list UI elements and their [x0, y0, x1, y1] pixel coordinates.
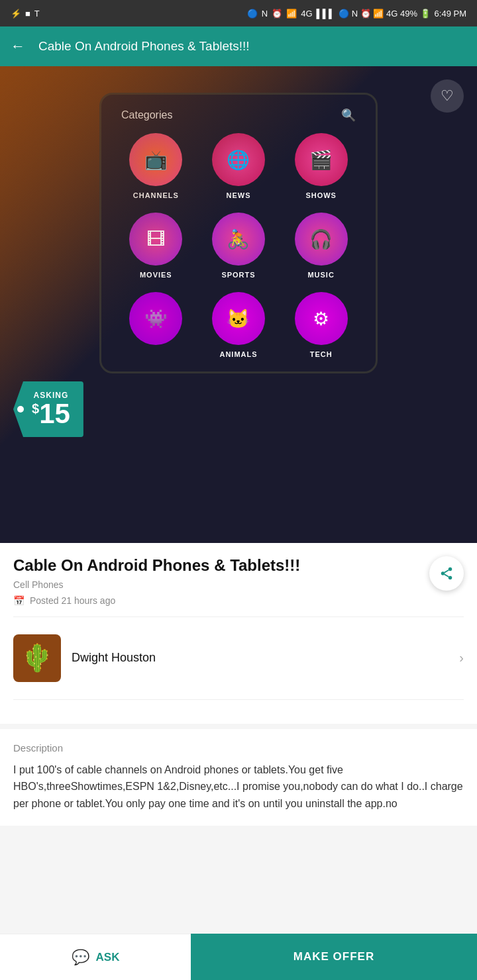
svg-line-3 [445, 574, 449, 577]
bluetooth-icon: ⚡ [11, 9, 21, 19]
svg-point-1 [441, 571, 445, 575]
lte-icon: 4G [301, 9, 312, 19]
shows-icon: 🎬 [295, 133, 348, 186]
description-text: I put 100's of cable channels on Android… [13, 761, 464, 812]
description-section: Description I put 100's of cable channel… [0, 729, 477, 826]
battery-percent: 🔵 N ⏰ 📶 4G 49% 🔋 [339, 9, 430, 19]
category-tech[interactable]: ⚙ TECH [286, 292, 356, 358]
listing-category: Cell Phones [13, 579, 300, 590]
channels-label: CHANNELS [133, 191, 179, 199]
svg-line-4 [445, 570, 449, 573]
divider-1 [13, 616, 464, 617]
seller-name: Dwight Houston [72, 651, 449, 665]
chevron-right-icon: › [459, 650, 464, 665]
categories-label: Categories [121, 109, 172, 121]
category-shows[interactable]: 🎬 SHOWS [286, 133, 356, 199]
app-header: ← Cable On Android Phones & Tablets!!! [0, 26, 477, 66]
status-bar: ⚡ ■ T 🔵 N ⏰ 📶 4G ▌▌▌ 🔵 N ⏰ 📶 4G 49% 🔋 6:… [0, 0, 477, 26]
animals-label: ANIMALS [219, 350, 257, 358]
favorite-button[interactable]: ♡ [431, 79, 464, 113]
categories-grid: 📺 CHANNELS 🌐 NEWS 🎬 SHOWS 🎞 MOVIES [121, 133, 356, 358]
tech-label: TECH [310, 350, 333, 358]
listing-title: Cable On Android Phones & Tablets!!! [13, 556, 300, 575]
price-display: $15 [32, 400, 70, 428]
channels-icon: 📺 [129, 133, 182, 186]
category-sports[interactable]: 🚴 SPORTS [204, 213, 274, 279]
description-heading: Description [13, 742, 464, 754]
news-icon: 🌐 [212, 133, 265, 186]
bluetooth-on-icon: 🔵 [247, 9, 258, 19]
category-news[interactable]: 🌐 NEWS [204, 133, 274, 199]
listing-content: Cable On Android Phones & Tablets!!! Cel… [0, 543, 477, 724]
ask-bubble-icon: 💬 [72, 949, 89, 966]
make-offer-button[interactable]: MAKE OFFER [191, 934, 477, 980]
music-label: MUSIC [307, 271, 334, 279]
ask-label: ASK [96, 951, 120, 964]
category-music[interactable]: 🎧 MUSIC [286, 213, 356, 279]
ask-button[interactable]: 💬 ASK [0, 934, 191, 980]
posted-label: Posted 21 hours ago [30, 595, 115, 606]
phone-mockup: Categories 🔍 📺 CHANNELS 🌐 NEWS 🎬 SHOWS [99, 93, 378, 373]
carrier-icon: ■ [25, 9, 30, 19]
heart-icon: ♡ [441, 87, 454, 105]
calendar-icon: 📅 [13, 595, 25, 606]
news-label: NEWS [226, 191, 250, 199]
category-movies[interactable]: 🎞 MOVIES [121, 213, 191, 279]
sports-label: SPORTS [221, 271, 255, 279]
movies-icon: 🎞 [129, 213, 182, 266]
signal-bars-icon: ▌▌▌ [317, 9, 335, 19]
carrier-label: T [34, 9, 40, 19]
games-icon: 👾 [129, 292, 182, 345]
price-tag: ASKING $15 [13, 381, 83, 437]
back-button[interactable]: ← [11, 38, 25, 55]
status-left-icons: ⚡ ■ T [11, 9, 40, 19]
price-symbol: $ [32, 401, 39, 416]
category-channels[interactable]: 📺 CHANNELS [121, 133, 191, 199]
n-icon: N [262, 9, 268, 19]
time-display: 6:49 PM [435, 9, 466, 19]
listing-title-area: Cable On Android Phones & Tablets!!! Cel… [13, 556, 300, 606]
svg-point-2 [449, 576, 452, 580]
music-icon: 🎧 [295, 213, 348, 266]
posted-row: 📅 Posted 21 hours ago [13, 595, 300, 606]
hero-image: Categories 🔍 📺 CHANNELS 🌐 NEWS 🎬 SHOWS [0, 66, 477, 543]
movies-label: MOVIES [140, 271, 172, 279]
share-button[interactable] [429, 556, 464, 591]
price-value: 15 [39, 398, 70, 429]
svg-point-0 [449, 567, 452, 571]
shows-label: SHOWS [305, 191, 337, 199]
seller-row[interactable]: 🌵 Dwight Houston › [13, 628, 464, 689]
tech-icon: ⚙ [295, 292, 348, 345]
wifi-icon: 📶 [286, 9, 297, 19]
status-right-icons: 🔵 N ⏰ 📶 4G ▌▌▌ 🔵 N ⏰ 📶 4G 49% 🔋 6:49 PM [247, 9, 466, 19]
category-animals[interactable]: 🐱 ANIMALS [204, 292, 274, 358]
sports-icon: 🚴 [212, 213, 265, 266]
animals-icon: 🐱 [212, 292, 265, 345]
header-title: Cable On Android Phones & Tablets!!! [38, 39, 466, 54]
bottom-action-bar: 💬 ASK MAKE OFFER [0, 934, 477, 980]
phone-search-icon: 🔍 [341, 108, 356, 122]
category-games[interactable]: 👾 [121, 292, 191, 358]
divider-2 [13, 699, 464, 700]
alarm-icon: ⏰ [272, 9, 282, 19]
seller-avatar: 🌵 [13, 634, 61, 682]
